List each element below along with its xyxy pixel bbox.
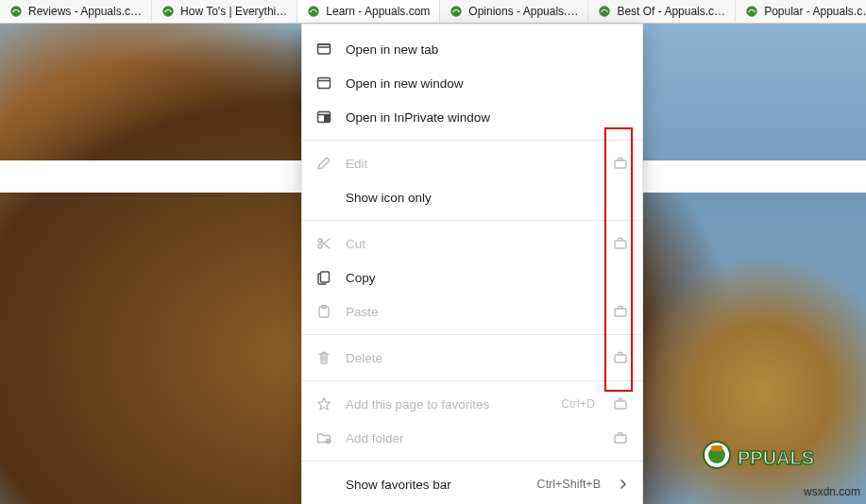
favorites-item-label: Learn - Appuals.com (326, 5, 430, 18)
menu-separator (302, 334, 642, 335)
svg-rect-6 (318, 44, 331, 54)
favorites-item-label: Popular - Appuals.c… (764, 5, 866, 18)
menu-item-label: Show favorites bar (346, 478, 524, 492)
new-tab-icon (315, 41, 332, 58)
favorites-item-label: Best Of - Appuals.c… (617, 5, 725, 18)
menu-item-label: Open in new window (346, 76, 629, 91)
menu-delete: Delete (302, 341, 642, 375)
svg-point-1 (162, 6, 173, 16)
menu-item-label: Delete (346, 351, 599, 365)
svg-point-0 (10, 6, 21, 16)
favorites-item[interactable]: Learn - Appuals.com (297, 0, 440, 23)
favorites-item[interactable]: Popular - Appuals.c… (736, 0, 866, 23)
menu-item-label: Copy (346, 271, 629, 285)
briefcase-icon (612, 395, 629, 412)
menu-paste: Paste (302, 294, 642, 328)
favorites-bar: Reviews - Appuals.c… How To's | Everythi… (0, 0, 866, 24)
favorites-context-menu: Open in new tab Open in new window Open … (301, 24, 643, 504)
svg-point-3 (451, 6, 462, 16)
menu-item-label: Paste (346, 305, 599, 319)
svg-rect-7 (318, 44, 331, 47)
svg-rect-8 (318, 78, 331, 89)
menu-cut: Cut (302, 227, 642, 260)
svg-point-2 (309, 6, 319, 16)
svg-rect-30 (615, 435, 626, 443)
scissors-icon (315, 235, 332, 252)
favorites-item-label: Opinions - Appuals.… (468, 5, 578, 18)
inprivate-icon (315, 109, 332, 126)
blank-icon (315, 189, 332, 206)
svg-point-4 (600, 6, 610, 16)
favorites-item[interactable]: How To's | Everythi… (152, 0, 297, 23)
svg-point-5 (746, 6, 756, 16)
site-favicon-icon (9, 5, 23, 18)
menu-separator (302, 380, 642, 381)
trash-icon (315, 349, 332, 366)
new-window-icon (315, 75, 332, 92)
menu-item-label: Open in new tab (346, 42, 629, 57)
menu-item-label: Open in InPrivate window (346, 110, 629, 125)
svg-rect-22 (615, 309, 626, 316)
svg-rect-13 (615, 160, 626, 168)
menu-open-new-window[interactable]: Open in new window (302, 66, 642, 100)
svg-rect-26 (615, 401, 626, 409)
menu-item-label: Show icon only (346, 191, 629, 205)
briefcase-icon (612, 429, 629, 446)
menu-show-favorites-bar[interactable]: Show favorites bar Ctrl+Shift+B (302, 467, 642, 501)
menu-item-label: Add this page to favorites (346, 397, 548, 412)
clipboard-icon (315, 303, 332, 320)
menu-edit: Edit (302, 146, 642, 180)
favorites-item[interactable]: Opinions - Appuals.… (440, 0, 588, 23)
blank-icon (315, 476, 332, 493)
site-favicon-icon (745, 5, 758, 18)
svg-rect-25 (615, 355, 626, 362)
menu-item-label: Add folder (346, 431, 599, 445)
briefcase-icon (612, 303, 629, 320)
menu-separator (302, 140, 642, 141)
menu-add-folder: Add folder (302, 421, 642, 455)
menu-item-shortcut: Ctrl+D (561, 397, 595, 411)
briefcase-icon (612, 235, 629, 252)
site-favicon-icon (307, 5, 320, 18)
appuals-logo: PPUALS (702, 440, 834, 478)
folder-plus-icon (315, 429, 332, 446)
svg-rect-19 (321, 272, 330, 282)
pencil-icon (315, 155, 332, 172)
briefcase-icon (612, 349, 629, 366)
site-favicon-icon (598, 5, 611, 18)
menu-open-inprivate[interactable]: Open in InPrivate window (302, 100, 642, 134)
favorites-item[interactable]: Best Of - Appuals.c… (588, 0, 736, 23)
menu-add-page-to-favorites: Add this page to favorites Ctrl+D (302, 387, 642, 421)
svg-rect-12 (324, 115, 331, 123)
menu-show-icon-only[interactable]: Show icon only (302, 180, 642, 214)
watermark-site: wsxdn.com (804, 485, 860, 498)
menu-item-shortcut: Ctrl+Shift+B (537, 478, 601, 491)
menu-item-label: Cut (346, 237, 599, 251)
favorites-item-label: How To's | Everythi… (180, 5, 287, 18)
site-favicon-icon (450, 5, 463, 18)
appuals-logo-text: PPUALS (738, 447, 814, 468)
copy-icon (315, 269, 332, 286)
chevron-right-icon (618, 479, 629, 490)
svg-rect-18 (615, 241, 626, 248)
svg-rect-33 (711, 445, 722, 451)
site-favicon-icon (161, 5, 175, 18)
star-plus-icon (315, 395, 332, 412)
briefcase-icon (612, 155, 629, 172)
menu-separator (302, 220, 642, 221)
menu-open-new-tab[interactable]: Open in new tab (302, 32, 642, 66)
menu-separator (302, 461, 642, 462)
menu-item-label: Edit (346, 157, 599, 171)
favorites-item[interactable]: Reviews - Appuals.c… (0, 0, 152, 23)
menu-copy[interactable]: Copy (302, 260, 642, 294)
favorites-item-label: Reviews - Appuals.c… (28, 5, 142, 18)
